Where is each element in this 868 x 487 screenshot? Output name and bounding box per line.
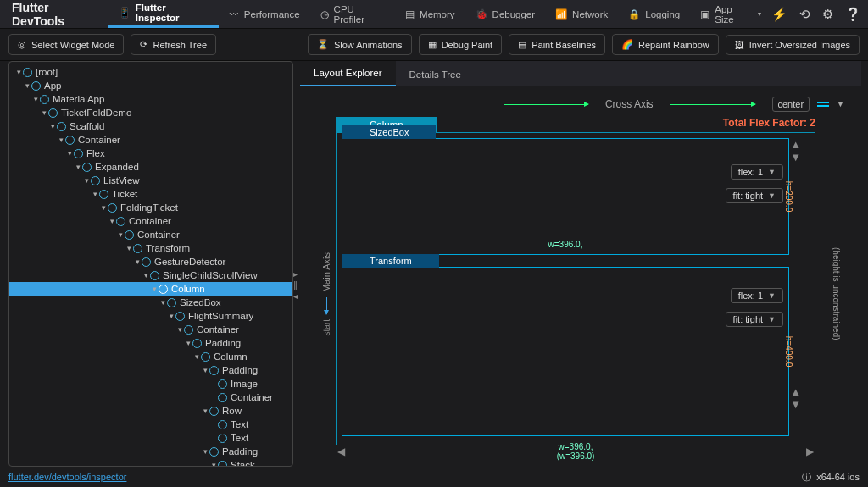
disclosure-icon[interactable]: ▾ bbox=[167, 312, 175, 320]
tab-flutter-inspector[interactable]: 📱Flutter Inspector bbox=[108, 0, 219, 28]
disclosure-icon[interactable]: ▾ bbox=[40, 108, 48, 117]
history-icon[interactable]: ⟲ bbox=[799, 7, 810, 22]
disclosure-icon[interactable] bbox=[209, 393, 218, 401]
tree-node-flightsummary[interactable]: ▾FlightSummary bbox=[9, 309, 292, 323]
fit-dropdown[interactable]: fit: tight▼ bbox=[726, 188, 783, 203]
docs-link[interactable]: flutter.dev/devtools/inspector bbox=[8, 472, 126, 482]
disclosure-icon[interactable]: ▾ bbox=[82, 176, 91, 185]
disclosure-icon[interactable]: ▾ bbox=[14, 68, 23, 76]
tree-node-foldingticket[interactable]: ▾FoldingTicket bbox=[9, 201, 292, 214]
tab-network[interactable]: 📶Network bbox=[545, 0, 618, 28]
stack-icon: ▤ bbox=[405, 8, 415, 20]
tree-node-materialapp[interactable]: ▾MaterialApp bbox=[9, 92, 292, 106]
widget-tree[interactable]: ▾[root]▾App▾MaterialApp▾TicketFoldDemo▾S… bbox=[9, 62, 292, 466]
disclosure-icon[interactable]: ▾ bbox=[99, 203, 108, 212]
tree-node-padding[interactable]: ▾Padding bbox=[9, 445, 292, 458]
tree-node-container[interactable]: Container bbox=[9, 390, 292, 404]
tree-node-expanded[interactable]: ▾Expanded bbox=[9, 160, 292, 174]
disclosure-icon[interactable]: ▾ bbox=[116, 230, 125, 239]
disclosure-icon[interactable]: ▾ bbox=[175, 325, 184, 334]
tab-debugger[interactable]: 🐞Debugger bbox=[465, 0, 546, 28]
invert-oversized-button[interactable]: 🖼Invert Oversized Images bbox=[726, 35, 860, 55]
tree-node-scaffold[interactable]: ▾Scaffold bbox=[9, 119, 292, 133]
disclosure-icon[interactable]: ▾ bbox=[108, 217, 116, 225]
disclosure-icon[interactable]: ▾ bbox=[74, 163, 82, 171]
tab-layout-explorer[interactable]: Layout Explorer bbox=[300, 61, 396, 86]
tree-node-label: Container bbox=[231, 392, 273, 402]
column-box[interactable]: ▲▼ ▲▼ SizedBox flex: 1▼ fit: tight▼ w=39… bbox=[336, 132, 815, 445]
paint-baselines-button[interactable]: ▤Paint Baselines bbox=[509, 34, 605, 55]
tree-node-[root][interactable]: ▾[root] bbox=[9, 65, 292, 79]
disclosure-icon[interactable]: ▾ bbox=[201, 447, 209, 456]
tree-node-app[interactable]: ▾App bbox=[9, 79, 292, 92]
child-transform[interactable]: Transform flex: 1▼ fit: tight▼ h=400.0 bbox=[342, 267, 789, 436]
slow-animations-button[interactable]: ⏳Slow Animations bbox=[308, 34, 412, 55]
tree-node-ticketfolddemo[interactable]: ▾TicketFoldDemo bbox=[9, 106, 292, 119]
disclosure-icon[interactable]: ▾ bbox=[209, 461, 218, 466]
bolt-icon[interactable]: ⚡ bbox=[771, 7, 787, 22]
tree-node-transform[interactable]: ▾Transform bbox=[9, 241, 292, 255]
tree-node-container[interactable]: ▾Container bbox=[9, 228, 292, 241]
tree-node-label: TicketFoldDemo bbox=[61, 108, 131, 118]
tree-node-container[interactable]: ▾Container bbox=[9, 133, 292, 147]
tab-performance[interactable]: 〰Performance bbox=[219, 0, 310, 28]
flex-dropdown[interactable]: flex: 1▼ bbox=[731, 288, 783, 303]
disclosure-icon[interactable]: ▾ bbox=[192, 352, 201, 361]
tree-node-ticket[interactable]: ▾Ticket bbox=[9, 187, 292, 201]
tree-node-column[interactable]: ▾Column bbox=[9, 350, 292, 363]
disclosure-icon[interactable]: ▾ bbox=[125, 244, 133, 252]
disclosure-icon[interactable]: ▾ bbox=[48, 122, 57, 130]
chevron-down-icon[interactable]: ▼ bbox=[837, 100, 844, 108]
lock-icon: 🔒 bbox=[628, 8, 640, 20]
tree-node-container[interactable]: ▾Container bbox=[9, 323, 292, 336]
tab-logging[interactable]: 🔒Logging bbox=[618, 0, 690, 28]
cross-axis-alignment-dropdown[interactable]: center bbox=[772, 97, 810, 112]
tree-node-text[interactable]: Text bbox=[9, 431, 292, 445]
tab-app-size[interactable]: ▣App Size▾ bbox=[690, 0, 771, 28]
tree-node-stack[interactable]: ▾Stack bbox=[9, 458, 292, 466]
tree-node-gesturedetector[interactable]: ▾GestureDetector bbox=[9, 255, 292, 268]
fit-dropdown[interactable]: fit: tight▼ bbox=[726, 312, 783, 327]
panel-resize-handle[interactable]: ▸‖◂ bbox=[293, 269, 298, 301]
disclosure-icon[interactable] bbox=[209, 434, 218, 442]
disclosure-icon[interactable]: ▾ bbox=[184, 339, 192, 347]
status-bar: flutter.dev/devtools/inspector ⓘ x64-64 … bbox=[0, 467, 868, 487]
refresh-tree-button[interactable]: ⟳Refresh Tree bbox=[131, 34, 216, 55]
child-sizedbox[interactable]: SizedBox flex: 1▼ fit: tight▼ w=396.0, h… bbox=[342, 138, 789, 255]
tree-node-singlechildscrollview[interactable]: ▾SingleChildScrollView bbox=[9, 268, 292, 282]
tree-node-container[interactable]: ▾Container bbox=[9, 214, 292, 228]
disclosure-icon[interactable]: ▾ bbox=[23, 81, 31, 90]
tree-node-listview[interactable]: ▾ListView bbox=[9, 174, 292, 187]
tree-node-sizedbox[interactable]: ▾SizedBox bbox=[9, 296, 292, 309]
help-icon[interactable]: ❔ bbox=[845, 7, 861, 22]
tab-details-tree[interactable]: Details Tree bbox=[396, 63, 475, 86]
disclosure-icon[interactable]: ▾ bbox=[159, 298, 167, 307]
tree-node-padding[interactable]: ▾Padding bbox=[9, 336, 292, 350]
disclosure-icon[interactable]: ▾ bbox=[65, 149, 74, 158]
tree-node-padding[interactable]: ▾Padding bbox=[9, 363, 292, 377]
disclosure-icon[interactable]: ▾ bbox=[57, 136, 65, 144]
disclosure-icon[interactable]: ▾ bbox=[201, 366, 209, 374]
debug-paint-button[interactable]: ▦Debug Paint bbox=[419, 34, 503, 55]
disclosure-icon[interactable]: ▾ bbox=[150, 285, 159, 293]
disclosure-icon[interactable] bbox=[209, 420, 218, 429]
tree-node-row[interactable]: ▾Row bbox=[9, 404, 292, 418]
tree-node-text[interactable]: Text bbox=[9, 418, 292, 431]
tab-memory[interactable]: ▤Memory bbox=[395, 0, 465, 28]
select-widget-mode-button[interactable]: ◎Select Widget Mode bbox=[8, 34, 124, 55]
disclosure-icon[interactable]: ▾ bbox=[133, 257, 142, 266]
disclosure-icon[interactable]: ▾ bbox=[91, 190, 99, 198]
tab-cpu-profiler[interactable]: ◷CPU Profiler bbox=[310, 0, 395, 28]
flex-dropdown[interactable]: flex: 1▼ bbox=[731, 164, 783, 180]
tree-node-image[interactable]: Image bbox=[9, 377, 292, 390]
disclosure-icon[interactable]: ▾ bbox=[201, 407, 209, 415]
gear-icon[interactable]: ⚙ bbox=[822, 7, 833, 22]
tree-node-label: Expanded bbox=[95, 162, 139, 172]
tree-node-flex[interactable]: ▾Flex bbox=[9, 147, 292, 160]
disclosure-icon[interactable] bbox=[209, 379, 218, 388]
disclosure-icon[interactable]: ▾ bbox=[142, 271, 150, 279]
tree-node-label: ListView bbox=[103, 175, 140, 185]
tree-node-column[interactable]: ▾Column bbox=[9, 282, 292, 296]
repaint-rainbow-button[interactable]: 🌈Repaint Rainbow bbox=[612, 34, 719, 55]
disclosure-icon[interactable]: ▾ bbox=[31, 95, 40, 103]
